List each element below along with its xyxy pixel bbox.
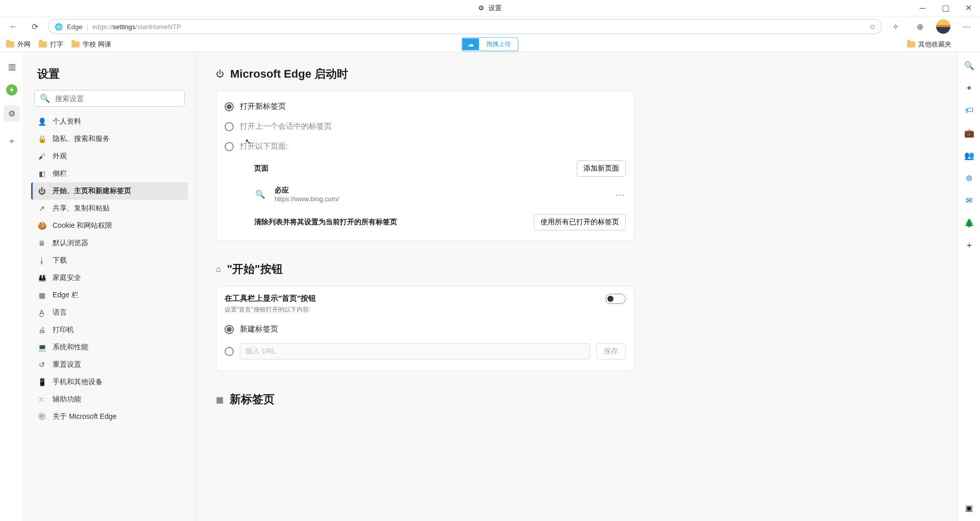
close-button[interactable]: ✕ [957,0,980,16]
settings-page: ⏻ Microsoft Edge 启动时 打开新标签页 打开上一个会话中的标签页… [195,52,655,521]
nav-privacy[interactable]: 🔒隐私、搜索和服务 [31,130,188,148]
radio-icon [225,122,234,131]
nav-appearance[interactable]: 🖌外观 [31,148,188,165]
upload-label: 拖拽上传 [479,38,518,51]
home-button-toggle[interactable] [605,294,626,304]
radio-label: 打开上一个会话中的标签页 [240,122,332,131]
settings-sidebar: 设置 🔍 👤个人资料 🔒隐私、搜索和服务 🖌外观 ◧侧栏 ⏻开始、主页和新建标签… [24,52,195,521]
search-icon: 🔍 [254,188,266,201]
nav-phone[interactable]: 📱手机和其他设备 [31,373,188,391]
bookmarks-bar: 外网 打字 学校 网课 ☁ 拖拽上传 其他收藏夹 [0,37,980,52]
page-entry-bing: 🔍 必应 https://www.bing.com/ ⋯ [254,182,626,207]
back-button[interactable]: ← [5,18,21,35]
nav-downloads[interactable]: ⭳下载 [31,252,188,269]
settings-tab-icon[interactable] [4,105,20,122]
office-icon[interactable]: ⊚ [963,172,975,184]
radio-new-tab[interactable]: 打开新标签页 [225,97,626,116]
radio-icon [225,102,234,111]
bookmark-folder[interactable]: 外网 [6,40,31,49]
nav-edge-bar[interactable]: ▦Edge 栏 [31,287,188,304]
shopping-icon[interactable]: 🏷 [963,104,975,116]
window-title: 设置 [488,4,502,13]
address-url: edge://settings/startHomeNTP [92,23,866,31]
vertical-tab-strip: ▥ + ＋ [0,52,24,521]
bookmark-folder[interactable]: 打字 [39,40,63,49]
address-separator: | [86,23,88,31]
edge-label: Edge [67,23,82,31]
folder-icon [39,41,47,48]
add-sidebar-icon[interactable]: ＋ [963,239,975,251]
minimize-button[interactable]: ─ [911,0,934,16]
settings-title: 设置 [37,66,188,82]
pages-label: 页面 [254,164,268,173]
folder-icon [907,41,915,48]
other-bookmarks[interactable]: 其他收藏夹 [907,40,951,49]
new-tab-button[interactable]: ＋ [4,133,20,149]
titlebar: 设置 ─ ▢ ✕ [0,0,980,16]
nav-start-home-ntp[interactable]: ⏻开始、主页和新建标签页 [31,182,188,200]
nav-sidebar[interactable]: ◧侧栏 [31,165,188,182]
nav-reset[interactable]: ↺重置设置 [31,356,188,373]
clear-list-label: 清除列表并将其设置为当前打开的所有标签页 [254,218,397,227]
nav-share-copy[interactable]: ↗共享、复制和粘贴 [31,200,188,217]
page-more-button[interactable]: ⋯ [616,189,626,200]
radio-icon[interactable] [225,347,234,356]
radio-specific-pages[interactable]: 打开以下页面: ↖ [225,136,626,156]
bookmark-folder[interactable]: 学校 网课 [71,40,111,49]
collections-icon[interactable]: ⊕ [912,18,928,35]
radio-url-row: 输入 URL 保存 [225,339,626,364]
cloud-icon: ☁ [462,38,479,50]
section-title-startup: Microsoft Edge 启动时 [230,66,348,82]
save-button[interactable]: 保存 [596,343,626,360]
upload-pill[interactable]: ☁ 拖拽上传 [462,37,519,51]
radio-label: 新建标签页 [240,324,278,334]
add-page-button[interactable]: 添加新页面 [577,160,626,177]
gear-icon [478,4,484,12]
outlook-icon[interactable]: ✉ [963,194,975,206]
toggle-label: 在工具栏上显示"首页"按钮 [225,294,316,303]
startup-card: 打开新标签页 打开上一个会话中的标签页 打开以下页面: ↖ 页面 添加新页面 [216,91,634,241]
eco-icon[interactable]: 🌲 [963,217,975,229]
toggle-desc: 设置"首页"按钮打开的以下内容: [225,305,316,314]
home-icon: ⌂ [216,265,221,274]
search-input[interactable] [55,94,179,103]
discover-icon[interactable]: ✦ [963,82,975,94]
address-bar[interactable]: 🌐 Edge | edge://settings/startHomeNTP ✩ [48,19,882,34]
refresh-button[interactable]: ⟳ [27,18,43,35]
tabs-icon[interactable]: ▥ [4,58,20,75]
home-button-card: 在工具栏上显示"首页"按钮 设置"首页"按钮打开的以下内容: 新建标签页 输入 … [216,286,634,371]
edge-logo-icon: 🌐 [55,23,63,31]
games-icon[interactable]: 👥 [963,149,975,161]
section-title-ntp: 新标签页 [230,392,275,407]
radio-label: 打开以下页面: [240,141,288,151]
search-icon: 🔍 [40,93,50,103]
folder-icon [71,41,80,48]
home-url-input[interactable]: 输入 URL [240,343,590,360]
menu-button[interactable]: ⋯ [959,18,975,35]
tools-icon[interactable]: 💼 [963,127,975,139]
power-icon: ⏻ [216,69,224,79]
use-open-tabs-button[interactable]: 使用所有已打开的标签页 [534,214,626,230]
star-icon[interactable]: ✩ [870,23,875,31]
nav-accessibility[interactable]: ⛌辅助功能 [31,391,188,408]
search-icon[interactable]: 🔍 [963,59,975,72]
maximize-button[interactable]: ▢ [934,0,957,16]
nav-default-browser[interactable]: 🖥默认浏览器 [31,234,188,252]
radio-prev-session[interactable]: 打开上一个会话中的标签页 [225,116,626,136]
nav-profile[interactable]: 👤个人资料 [31,113,188,130]
nav-language[interactable]: A̲语言 [31,304,188,321]
settings-nav: 👤个人资料 🔒隐私、搜索和服务 🖌外观 ◧侧栏 ⏻开始、主页和新建标签页 ↗共享… [31,113,188,425]
favorites-icon[interactable]: ✧ [887,18,903,35]
nav-printer[interactable]: 🖨打印机 [31,321,188,339]
nav-system[interactable]: 💻系统和性能 [31,339,188,356]
nav-cookies[interactable]: 🍪Cookie 和网站权限 [31,217,188,234]
add-tab-green[interactable]: + [4,82,20,98]
sidebar-settings-icon[interactable]: ▣ [963,502,975,514]
settings-search[interactable]: 🔍 [34,90,185,107]
folder-icon [6,41,14,48]
profile-avatar[interactable] [936,19,950,34]
nav-family[interactable]: 👪家庭安全 [31,269,188,287]
nav-about[interactable]: ⓔ关于 Microsoft Edge [31,408,188,425]
radio-new-tab-page[interactable]: 新建标签页 [225,319,626,339]
pages-panel: 页面 添加新页面 🔍 必应 https://www.bing.com/ ⋯ 清除… [254,156,626,235]
